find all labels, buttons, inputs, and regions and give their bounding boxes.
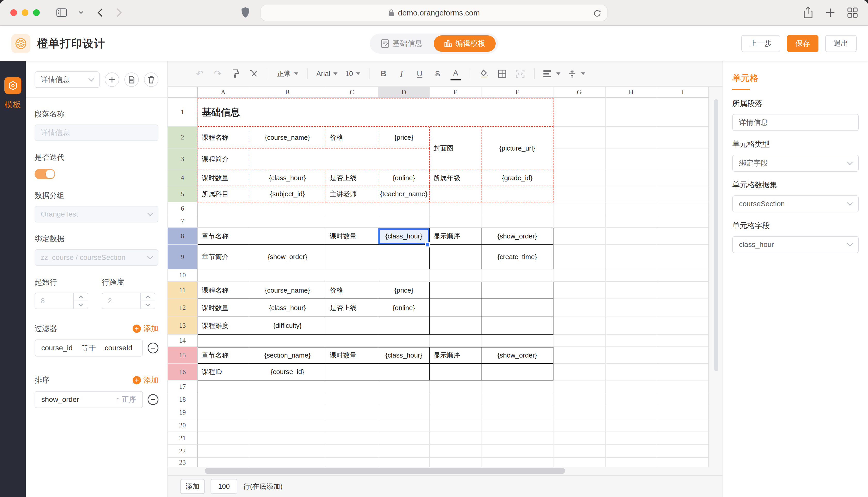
sheet-cell[interactable] (657, 186, 709, 202)
row-header[interactable]: 1 (168, 98, 198, 127)
address-bar[interactable]: demo.orangeforms.com (261, 5, 608, 21)
fill-color-icon[interactable] (479, 67, 489, 81)
sheet-cell[interactable]: {class_hour} (378, 347, 430, 364)
row-header[interactable]: 22 (168, 445, 198, 458)
font-size-dropdown[interactable]: 10 (345, 70, 360, 78)
sheet-cell[interactable] (326, 381, 378, 393)
sheet-cell[interactable]: 课时数量 (198, 170, 249, 186)
sheet-cell[interactable]: 显示顺序 (430, 347, 481, 364)
sheet-cell[interactable] (606, 445, 657, 458)
sheet-cell[interactable] (378, 432, 430, 445)
row-header[interactable]: 20 (168, 419, 198, 432)
sheet-cell[interactable] (553, 458, 606, 467)
sheet-cell[interactable]: 主讲老师 (326, 186, 378, 202)
sheet-cell[interactable]: 是否上线 (326, 170, 378, 186)
cell-field-select[interactable]: class_hour (732, 236, 859, 253)
row-header[interactable]: 13 (168, 317, 198, 335)
sheet-cell[interactable] (553, 170, 606, 186)
sheet-cell[interactable]: {class_hour} (249, 170, 326, 186)
sheet-cell[interactable] (657, 202, 709, 215)
sheet-cell[interactable] (481, 393, 553, 406)
sheet-cell[interactable] (198, 381, 249, 393)
sheet-cell[interactable] (606, 98, 657, 127)
sheet-cell[interactable]: {course_id} (249, 364, 326, 381)
row-header[interactable]: 7 (168, 215, 198, 228)
sheet-cell[interactable] (553, 202, 606, 215)
sheet-cell[interactable] (553, 445, 606, 458)
sheet-cell[interactable]: 基础信息 (198, 98, 553, 127)
sheet-cell[interactable] (198, 335, 249, 347)
stepper-up-icon[interactable] (146, 295, 150, 300)
sheet-cell[interactable] (249, 202, 326, 215)
borders-icon[interactable] (497, 67, 507, 81)
column-header[interactable]: F (481, 87, 553, 98)
sheet-cell[interactable] (481, 202, 553, 215)
sheet-cell[interactable] (481, 317, 553, 335)
privacy-shield-icon[interactable] (241, 7, 250, 18)
sheet-cell[interactable]: {class_hour} (249, 299, 326, 317)
merge-cells-icon[interactable] (515, 67, 525, 81)
sheet-cell[interactable] (606, 269, 657, 282)
row-header[interactable]: 17 (168, 381, 198, 393)
sheet-cell[interactable] (657, 445, 709, 458)
row-header[interactable]: 19 (168, 406, 198, 419)
sheet-cell[interactable] (606, 186, 657, 202)
sheet-cell[interactable] (657, 269, 709, 282)
sheet-cell[interactable] (657, 364, 709, 381)
sheet-cell[interactable]: 是否上线 (326, 299, 378, 317)
sheet-cell[interactable]: 封面图 (430, 127, 481, 170)
sheet-cell[interactable] (606, 282, 657, 299)
sheet-cell[interactable] (378, 393, 430, 406)
sheet-cell[interactable] (553, 186, 606, 202)
vertical-scrollbar[interactable] (714, 99, 718, 371)
sheet-cell[interactable] (430, 445, 481, 458)
sheet-cell[interactable] (657, 347, 709, 364)
copy-section-button[interactable] (124, 72, 139, 87)
sheet-cell[interactable] (481, 215, 553, 228)
sheet-cell[interactable] (606, 127, 657, 148)
column-header[interactable]: B (249, 87, 326, 98)
sheet-cell[interactable] (198, 445, 249, 458)
sheet-cell[interactable] (378, 458, 430, 467)
sheet-cell[interactable] (198, 432, 249, 445)
tab-edit-template[interactable]: 编辑模板 (434, 35, 496, 52)
sheet-cell[interactable]: 课程名称 (198, 282, 249, 299)
undo-icon[interactable]: ↶ (195, 67, 205, 81)
sheet-cell[interactable] (553, 406, 606, 419)
sheet-cell[interactable] (481, 335, 553, 347)
sheet-cell[interactable] (430, 432, 481, 445)
sheet-cell[interactable] (657, 299, 709, 317)
sheet-cell[interactable] (198, 202, 249, 215)
sheet-cell[interactable] (326, 432, 378, 445)
sheet-cell[interactable] (481, 419, 553, 432)
sheet-cell[interactable] (430, 458, 481, 467)
delete-section-button[interactable] (144, 72, 159, 87)
sheet-cell[interactable] (606, 215, 657, 228)
sheet-cell[interactable] (326, 245, 378, 269)
sheet-cell[interactable]: {show_order} (481, 347, 553, 364)
add-section-button[interactable] (105, 72, 119, 87)
strikethrough-icon[interactable]: S (432, 67, 443, 81)
row-header[interactable]: 21 (168, 432, 198, 445)
template-nav-button[interactable] (4, 77, 22, 94)
sheet-cell[interactable]: 所属科目 (198, 186, 249, 202)
sheet-cell[interactable] (606, 335, 657, 347)
sheet-cell[interactable] (430, 364, 481, 381)
stepper-down-icon[interactable] (79, 302, 83, 306)
row-header[interactable]: 5 (168, 186, 198, 202)
add-sort-button[interactable]: + 添加 (133, 375, 159, 385)
sheet-cell[interactable] (249, 381, 326, 393)
sheet-cell[interactable] (657, 245, 709, 269)
sheet-cell[interactable] (326, 202, 378, 215)
sheet-cell[interactable] (606, 228, 657, 245)
sheet-cell[interactable] (249, 445, 326, 458)
sheet-cell[interactable] (198, 393, 249, 406)
reload-icon[interactable] (593, 9, 602, 18)
sheet-cell[interactable] (378, 381, 430, 393)
sheet-cell[interactable] (430, 419, 481, 432)
sheet-cell[interactable]: 章节简介 (198, 245, 249, 269)
sheet-cell[interactable] (553, 228, 606, 245)
sheet-cell[interactable]: 课程简介 (198, 148, 249, 170)
sheet-cell[interactable]: {section_name} (249, 347, 326, 364)
sheet-cell[interactable]: 价格 (326, 282, 378, 299)
